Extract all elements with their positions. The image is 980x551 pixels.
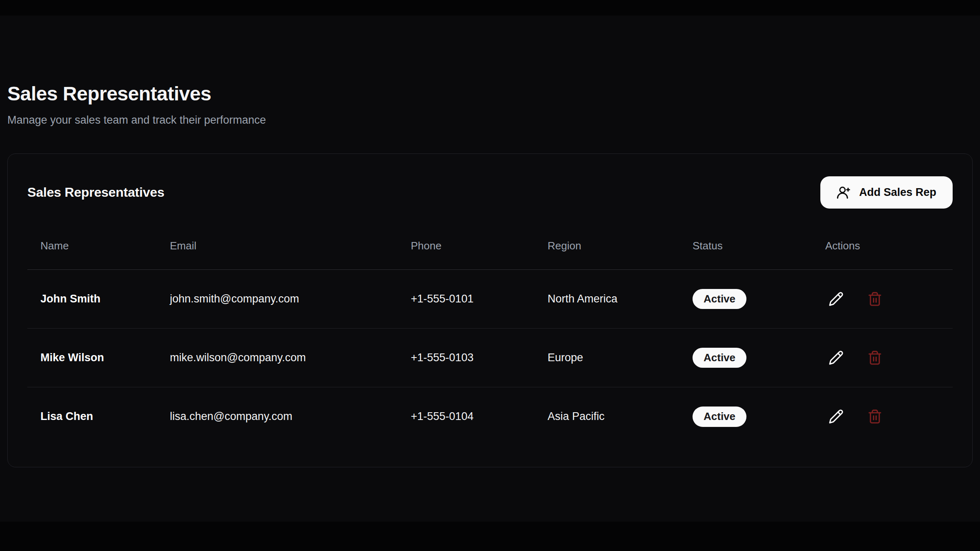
table-row: John Smith john.smith@company.com +1-555… — [27, 270, 953, 329]
trash-icon — [867, 409, 882, 424]
cell-name: Mike Wilson — [27, 329, 157, 387]
cell-email: lisa.chen@company.com — [157, 387, 398, 446]
trash-icon — [867, 350, 882, 365]
row-actions — [825, 291, 940, 307]
column-header-email: Email — [157, 231, 398, 270]
column-header-status: Status — [679, 231, 812, 270]
page-title: Sales Representatives — [7, 82, 973, 106]
main-content: Sales Representatives Manage your sales … — [0, 16, 980, 522]
column-header-phone: Phone — [398, 231, 535, 270]
card-header: Sales Representatives Add Sales Rep — [27, 176, 953, 209]
status-badge: Active — [693, 289, 746, 309]
cell-status: Active — [679, 329, 812, 387]
column-header-name: Name — [27, 231, 157, 270]
trash-icon — [867, 291, 882, 307]
cell-status: Active — [679, 270, 812, 329]
cell-region: Asia Pacific — [535, 387, 679, 446]
edit-button[interactable] — [829, 409, 844, 424]
user-plus-icon — [837, 185, 851, 200]
table-row: Mike Wilson mike.wilson@company.com +1-5… — [27, 329, 953, 387]
edit-button[interactable] — [829, 350, 844, 365]
pencil-icon — [829, 291, 844, 307]
cell-phone: +1-555-0104 — [398, 387, 535, 446]
cell-region: Europe — [535, 329, 679, 387]
column-header-region: Region — [535, 231, 679, 270]
cell-phone: +1-555-0101 — [398, 270, 535, 329]
cell-name: Lisa Chen — [27, 387, 157, 446]
cell-email: mike.wilson@company.com — [157, 329, 398, 387]
delete-button[interactable] — [867, 350, 882, 365]
cell-name: John Smith — [27, 270, 157, 329]
top-strip — [0, 0, 980, 16]
edit-button[interactable] — [829, 291, 844, 307]
cell-actions — [812, 329, 953, 387]
row-actions — [825, 350, 940, 365]
row-actions — [825, 409, 940, 424]
delete-button[interactable] — [867, 291, 882, 307]
add-sales-rep-label: Add Sales Rep — [859, 186, 936, 199]
column-header-actions: Actions — [812, 231, 953, 270]
pencil-icon — [829, 409, 844, 424]
cell-actions — [812, 387, 953, 446]
add-sales-rep-button[interactable]: Add Sales Rep — [820, 176, 953, 209]
cell-phone: +1-555-0103 — [398, 329, 535, 387]
sales-reps-card: Sales Representatives Add Sales Rep — [7, 153, 973, 467]
status-badge: Active — [693, 348, 746, 368]
card-title: Sales Representatives — [27, 185, 165, 200]
sales-reps-table: Name Email Phone Region Status Actions J… — [27, 231, 953, 446]
cell-region: North America — [535, 270, 679, 329]
page: Sales Representatives Manage your sales … — [0, 0, 980, 551]
pencil-icon — [829, 350, 844, 365]
delete-button[interactable] — [867, 409, 882, 424]
bottom-strip — [0, 522, 980, 551]
cell-email: john.smith@company.com — [157, 270, 398, 329]
page-subtitle: Manage your sales team and track their p… — [7, 113, 973, 127]
cell-status: Active — [679, 387, 812, 446]
table-row: Lisa Chen lisa.chen@company.com +1-555-0… — [27, 387, 953, 446]
cell-actions — [812, 270, 953, 329]
status-badge: Active — [693, 407, 746, 427]
table-header-row: Name Email Phone Region Status Actions — [27, 231, 953, 270]
